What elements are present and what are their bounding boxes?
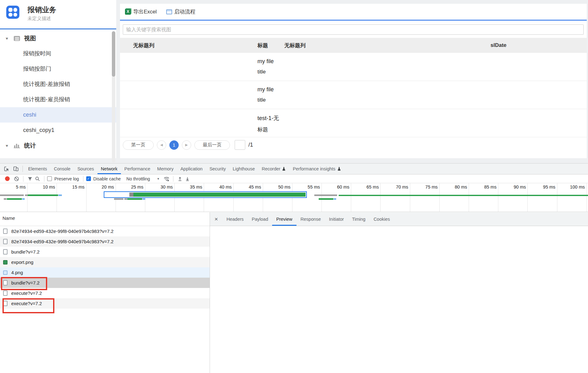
json-line[interactable]: position: 0 — [210, 320, 588, 326]
network-overview-timeline[interactable]: 5 ms10 ms15 ms20 ms25 ms30 ms35 ms40 ms4… — [0, 183, 588, 212]
request-row[interactable]: 4.png — [0, 267, 210, 278]
export-excel-button[interactable]: X 导出Excel — [125, 8, 157, 15]
first-page-button[interactable]: 第一页 — [123, 140, 154, 150]
devtools-tab[interactable]: Sources — [74, 164, 97, 174]
request-row[interactable]: 82e74934-ed59-432e-99f8-040e97b4c983?v=7… — [0, 226, 210, 236]
json-line[interactable]: ▼data: {key: "7672d79406240ff30184fd4bd5… — [210, 241, 588, 248]
scrollbar-thumb[interactable] — [112, 31, 115, 77]
detail-tab[interactable]: Response — [296, 212, 325, 226]
page-jump-input[interactable] — [235, 140, 245, 150]
detail-tab[interactable]: Timing — [348, 212, 370, 226]
experiment-flask-icon — [282, 167, 286, 171]
table-row[interactable]: my file title — [120, 53, 587, 81]
devtools-tab[interactable]: Security — [206, 164, 229, 174]
disable-cache-label[interactable]: Disable cache — [93, 176, 121, 181]
json-line[interactable]: 5: "fd333c59-9426-4b9e-acfe-5214bd80fdec… — [210, 294, 588, 300]
sidebar-item[interactable]: 统计视图-雇员报销 — [0, 92, 116, 107]
filter-icon[interactable] — [26, 175, 34, 183]
request-row[interactable]: execute?v=7.2 — [0, 298, 210, 309]
sidebar-item[interactable]: ceshi — [0, 107, 116, 123]
request-row[interactable]: bundle?v=7.2 — [0, 247, 210, 257]
json-line[interactable]: 1: "bbe3087b-e0ee-41e0-894a-4ee28f493501… — [210, 267, 588, 274]
table-row[interactable]: my file title — [120, 81, 587, 109]
json-line[interactable]: type: "success" — [210, 340, 588, 346]
json-line[interactable]: size: -1 — [210, 326, 588, 333]
devtools-tab[interactable]: Performance — [121, 164, 154, 174]
devtools-tab[interactable]: Performance insights — [289, 164, 344, 174]
detail-tab[interactable]: Initiator — [325, 212, 348, 226]
json-line[interactable]: key: "7672d79406240ff30184fd4bd5917481" — [210, 248, 588, 254]
json-line[interactable]: 4: "13ab35e4-8350-44cd-83d8-87ac0a5955e3… — [210, 287, 588, 294]
request-row[interactable]: execute?v=7.2 — [0, 288, 210, 298]
request-bar — [25, 194, 28, 196]
json-line[interactable]: 3: "3c769964-5091-4599-bcf3-a8c80c81d264… — [210, 280, 588, 287]
close-icon[interactable]: × — [210, 216, 222, 223]
json-line[interactable]: date: "2022-11-30 09:28:46" — [210, 307, 588, 313]
detail-tab[interactable]: Preview — [272, 212, 296, 226]
current-page-button[interactable]: 1 — [169, 140, 179, 150]
devtools-tab[interactable]: Memory — [154, 164, 177, 174]
devtools-tab[interactable]: Recorder — [258, 164, 290, 174]
name-column-header[interactable]: Name — [0, 212, 210, 226]
chevron-down-icon[interactable]: ▼ — [5, 37, 10, 40]
views-icon — [14, 36, 20, 41]
json-line[interactable]: count: 0 — [210, 234, 588, 241]
detail-tab-label: Cookies — [374, 217, 390, 222]
json-line[interactable]: 0: "9899b219-2f61-4115-92d8-550ca3b5b91d… — [210, 261, 588, 267]
json-line[interactable]: 6: "597e92f5-8844-4083-baa9-5ca8ad130b73… — [210, 300, 588, 307]
app-title: 报销业务 — [27, 6, 56, 14]
sidebar-item[interactable]: 报销按时间 — [0, 46, 116, 61]
table-row[interactable]: test-1-无 标题 — [120, 109, 587, 137]
last-page-button[interactable]: 最后一页 — [194, 140, 230, 150]
json-line[interactable]: 2: "e4945a4b-d0b1-4262-a50a-94ffdfc51eee… — [210, 274, 588, 280]
column-header[interactable]: 无标题列 — [120, 42, 252, 49]
pagination: 第一页 ◀ 1 ▶ 最后一页 /1 — [120, 137, 587, 150]
devtools-tab[interactable]: Elements — [25, 164, 50, 174]
detail-tab[interactable]: Payload — [248, 212, 272, 226]
sidebar-scrollbar[interactable] — [112, 31, 115, 163]
column-header[interactable]: 标题 — [252, 42, 280, 49]
chevron-down-icon[interactable]: ▼ — [157, 177, 160, 180]
devtools-tab[interactable]: Console — [50, 164, 74, 174]
export-har-icon[interactable] — [184, 175, 191, 183]
sidebar-section-views[interactable]: ▼ 视图 — [0, 31, 116, 46]
device-toolbar-icon[interactable] — [11, 164, 21, 173]
clear-network-log-icon[interactable] — [13, 175, 20, 183]
devtools-tab[interactable]: Network — [97, 164, 121, 174]
request-bar — [22, 198, 25, 200]
search-input[interactable] — [123, 24, 584, 35]
json-line[interactable]: ▼valueList: ["9899b219-2f61-4115-92d8-55… — [210, 254, 588, 261]
detail-tab[interactable]: Headers — [222, 212, 248, 226]
record-network-log-button[interactable] — [5, 176, 10, 181]
column-header[interactable]: slDate — [453, 42, 587, 48]
preserve-log-label[interactable]: Preserve log — [54, 176, 79, 181]
request-row[interactable]: export.png — [0, 257, 210, 267]
next-page-button[interactable]: ▶ — [182, 140, 191, 150]
throttling-select[interactable]: No throttling — [127, 176, 150, 181]
json-line[interactable]: message: "" — [210, 313, 588, 320]
sidebar-item[interactable]: 统计视图-差旅报销 — [0, 77, 116, 92]
column-header[interactable]: 无标题列 — [280, 42, 453, 49]
network-conditions-wifi-icon[interactable] — [163, 175, 170, 183]
start-process-button[interactable]: 启动流程 — [166, 8, 196, 15]
sidebar-item[interactable]: 报销按部门 — [0, 61, 116, 77]
devtools-tab[interactable]: Application — [177, 164, 206, 174]
detail-tab[interactable]: Cookies — [370, 212, 394, 226]
chevron-down-icon[interactable]: ▼ — [5, 144, 10, 148]
request-row[interactable]: bundle?v=7.2 — [0, 278, 210, 288]
timeline-tick: 70 ms — [381, 183, 410, 212]
request-row[interactable]: 82e74934-ed59-432e-99f8-040e97b4c983?v=7… — [0, 236, 210, 247]
sidebar-item[interactable]: ceshi_copy1 — [0, 123, 116, 138]
sidebar-section-stats[interactable]: ▼ 统计 — [0, 138, 116, 153]
app-header: 报销业务 未定义描述 — [0, 0, 116, 29]
search-icon[interactable] — [34, 175, 41, 183]
json-line[interactable]: spent: 26 — [210, 333, 588, 340]
import-har-icon[interactable] — [176, 175, 184, 183]
selected-request-bar[interactable] — [104, 191, 307, 198]
json-line[interactable]: ▼{type: "success", data: {key: "7672d794… — [210, 228, 588, 234]
prev-page-button[interactable]: ◀ — [157, 140, 166, 150]
preserve-log-checkbox[interactable] — [47, 176, 52, 181]
disable-cache-checkbox[interactable]: ✓ — [86, 176, 91, 181]
devtools-tab[interactable]: Lighthouse — [229, 164, 258, 174]
inspect-element-icon[interactable] — [2, 164, 11, 173]
